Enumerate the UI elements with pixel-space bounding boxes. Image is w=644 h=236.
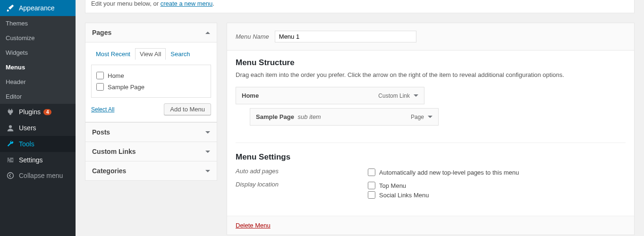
display-location-label: Display location [236,181,368,200]
accordion-head-categories[interactable]: Categories [85,161,217,181]
main-content: Edit your menu below, or create a new me… [76,0,644,236]
expand-icon[interactable] [428,116,432,118]
tab-view-all[interactable]: View All [135,48,166,60]
menu-editor-footer: Delete Menu [227,216,634,235]
menu-item-type: Custom Link [378,93,418,99]
add-to-menu-button[interactable]: Add to Menu [164,103,211,115]
wrench-icon [6,140,15,148]
sidebar-item-header[interactable]: Header [0,75,76,89]
tab-most-recent[interactable]: Most Recent [91,48,135,60]
plug-icon [6,108,15,116]
collapse-icon [6,172,15,179]
accordion-head-custom-links[interactable]: Custom Links [85,142,217,161]
accordion-head-pages[interactable]: Pages [85,23,217,42]
location-social-menu[interactable]: Social Links Menu [368,190,429,200]
menu-intro-bar: Edit your menu below, or create a new me… [85,0,635,13]
page-option-sample[interactable]: Sample Page [96,81,206,93]
user-icon [6,124,15,132]
sidebar-item-customize[interactable]: Customize [0,31,76,45]
sidebar-item-themes[interactable]: Themes [0,16,76,31]
menu-name-label: Menu Name [236,33,269,40]
select-all-link[interactable]: Select All [91,106,114,113]
sidebar-label: Appearance [19,4,55,12]
sidebar-label: Settings [19,156,43,164]
sidebar-item-editor[interactable]: Editor [0,89,76,104]
menu-item-sample-page[interactable]: Sample Page sub item Page [250,108,439,126]
sidebar-label: Plugins [19,108,41,116]
collapse-label: Collapse menu [19,172,63,179]
tab-search[interactable]: Search [166,48,195,60]
location-top-menu[interactable]: Top Menu [368,181,429,190]
checkbox-sample[interactable] [96,83,104,91]
plugin-update-badge: 4 [43,109,52,115]
menu-item-home[interactable]: Home Custom Link [236,87,424,104]
create-new-menu-link[interactable]: create a new menu [161,0,213,7]
checkbox-auto-add[interactable] [368,169,375,176]
pages-checklist: Home Sample Page [91,65,211,98]
caret-down-icon [205,131,210,134]
svg-point-0 [9,125,12,128]
paintbrush-icon [6,4,15,12]
checkbox-social-menu[interactable] [368,191,375,199]
admin-sidebar: Appearance Themes Customize Widgets Menu… [0,0,76,236]
sidebar-item-widgets[interactable]: Widgets [0,45,76,60]
auto-add-option[interactable]: Automatically add new top-level pages to… [368,168,519,177]
sidebar-item-tools[interactable]: Tools [0,136,76,152]
sliders-icon [6,156,15,164]
menu-name-input[interactable] [275,31,416,42]
sidebar-item-settings[interactable]: Settings [0,152,76,168]
accordion-body-pages: Most Recent View All Search Home Sample … [85,42,217,122]
checkbox-top-menu[interactable] [368,182,375,189]
sidebar-item-users[interactable]: Users [0,120,76,136]
sidebar-item-appearance[interactable]: Appearance [0,0,76,16]
auto-add-label: Auto add pages [236,168,368,177]
sidebar-item-menus[interactable]: Menus [0,60,76,75]
accordion-head-posts[interactable]: Posts [85,122,217,142]
expand-icon[interactable] [414,94,418,97]
sidebar-label: Users [19,124,36,132]
caret-down-icon [205,170,210,172]
menu-item-type: Page [411,114,432,120]
sidebar-item-plugins[interactable]: Plugins 4 [0,104,76,120]
collapse-menu-button[interactable]: Collapse menu [0,168,76,183]
page-option-home[interactable]: Home [96,70,206,81]
pages-tabs: Most Recent View All Search [91,48,211,60]
add-items-accordion: Pages Most Recent View All Search Home S… [85,23,217,235]
checkbox-home[interactable] [96,72,104,79]
menu-editor: Menu Name Menu Structure Drag each item … [227,23,635,235]
caret-down-icon [205,151,210,153]
menu-structure-heading: Menu Structure [236,58,626,67]
svg-point-1 [8,173,14,179]
menu-name-row: Menu Name [227,23,634,51]
sidebar-label: Tools [19,140,34,148]
menu-structure-desc: Drag each item into the order you prefer… [236,71,626,78]
delete-menu-link[interactable]: Delete Menu [236,222,271,229]
menu-settings-heading: Menu Settings [236,152,626,162]
caret-up-icon [205,32,210,34]
